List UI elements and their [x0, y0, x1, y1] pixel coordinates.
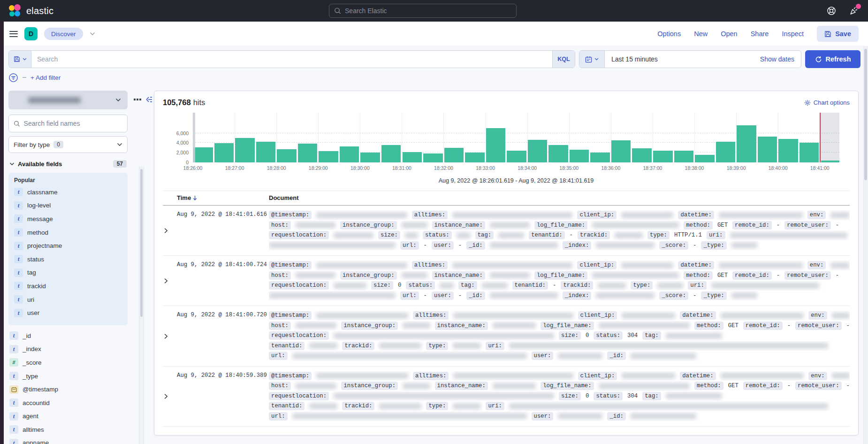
histogram-bar[interactable]	[360, 153, 380, 162]
refresh-button[interactable]: Refresh	[805, 50, 860, 68]
help-icon[interactable]	[826, 5, 837, 16]
field-item-appname[interactable]: tappname	[8, 436, 128, 444]
current-time-marker	[820, 113, 821, 162]
text-field-icon: t	[14, 309, 23, 317]
field-item-message[interactable]: tmessage	[13, 212, 123, 226]
expand-row-button[interactable]	[163, 210, 177, 250]
field-settings-icon[interactable]	[134, 99, 141, 100]
y-axis-tick-label: 0	[186, 160, 189, 165]
histogram-bar[interactable]	[716, 142, 736, 162]
field-item-status[interactable]: tstatus	[13, 253, 123, 266]
saved-filters-icon[interactable]	[8, 73, 18, 83]
histogram-bar[interactable]	[548, 145, 568, 162]
news-feed-icon[interactable]	[848, 5, 860, 16]
filter-by-type-button[interactable]: Filter by type 0	[8, 136, 128, 153]
histogram-bar[interactable]	[340, 146, 359, 162]
histogram-bar[interactable]	[632, 148, 652, 162]
expand-row-button[interactable]	[163, 311, 177, 361]
query-language-button[interactable]: KQL	[552, 51, 575, 68]
histogram-bar[interactable]	[653, 151, 673, 162]
doc-field-name: user:	[532, 352, 554, 360]
field-item-trackid[interactable]: ttrackid	[13, 279, 123, 293]
query-input[interactable]	[31, 51, 552, 68]
field-item-log-level[interactable]: tlog-level	[13, 199, 123, 213]
expand-row-button[interactable]	[163, 260, 177, 300]
field-item-_score[interactable]: #_score	[8, 356, 128, 369]
redacted-value	[453, 403, 481, 409]
redacted-value	[832, 313, 850, 319]
histogram-bar[interactable]	[193, 147, 213, 162]
histogram-bar[interactable]	[695, 155, 715, 162]
x-axis-tick-label: 18:35:00	[559, 165, 579, 171]
nav-link-new[interactable]: New	[694, 30, 708, 38]
global-search-input[interactable]	[345, 7, 511, 15]
time-range-value[interactable]: Last 15 minutes	[605, 51, 760, 68]
field-item-_type[interactable]: t_type	[8, 369, 128, 383]
field-name: uri	[27, 296, 34, 303]
chart-options-button[interactable]: Chart options	[804, 99, 850, 106]
histogram-bar[interactable]	[381, 145, 401, 162]
histogram-bar[interactable]	[486, 128, 506, 162]
field-item-method[interactable]: tmethod	[13, 226, 123, 239]
field-item-tag[interactable]: ttag	[13, 266, 123, 280]
field-item-projectname[interactable]: tprojectname	[13, 239, 123, 253]
save-button[interactable]: Save	[817, 26, 859, 42]
histogram-bar[interactable]	[528, 140, 548, 162]
histogram-bar[interactable]	[423, 153, 443, 162]
histogram-bar[interactable]	[403, 152, 422, 162]
histogram-bar[interactable]	[319, 151, 338, 162]
nav-link-share[interactable]: Share	[751, 30, 769, 38]
sidebar-scrollbar[interactable]	[139, 167, 144, 444]
histogram-bar[interactable]	[674, 151, 694, 162]
data-view-picker[interactable]	[8, 91, 128, 109]
histogram-bar[interactable]	[444, 148, 464, 162]
field-search-input[interactable]	[24, 120, 122, 127]
field-item-accountid[interactable]: taccountid	[8, 396, 128, 410]
expand-row-button[interactable]	[163, 371, 177, 421]
histogram-bar[interactable]	[256, 142, 276, 162]
histogram-bar[interactable]	[758, 137, 777, 162]
add-filter-button[interactable]: + Add filter	[30, 74, 61, 81]
doc-field-name: client_ip:	[578, 372, 617, 380]
field-item-agent[interactable]: tagent	[8, 410, 128, 423]
histogram-bar[interactable]	[235, 138, 255, 162]
chevron-down-icon[interactable]	[90, 32, 95, 36]
field-item-alltimes[interactable]: talltimes	[8, 423, 128, 436]
histogram-bar-partial[interactable]	[821, 161, 839, 162]
histogram-bar[interactable]	[298, 144, 318, 162]
field-search[interactable]	[8, 115, 128, 132]
histogram-bar[interactable]	[570, 150, 589, 162]
nav-link-open[interactable]: Open	[721, 30, 737, 38]
global-search[interactable]	[329, 4, 517, 18]
menu-icon[interactable]	[9, 31, 18, 37]
nav-link-options[interactable]: Options	[657, 30, 681, 38]
show-dates-button[interactable]: Show dates	[760, 51, 801, 68]
elastic-logo-icon[interactable]	[8, 4, 22, 17]
doc-field-name: size:	[559, 331, 581, 340]
histogram-bar[interactable]	[590, 153, 610, 162]
available-fields-header[interactable]: Available fields 57	[8, 160, 128, 168]
time-column-header[interactable]: Time	[177, 194, 269, 201]
date-quick-select-button[interactable]	[579, 51, 605, 68]
histogram-bar[interactable]	[611, 140, 631, 162]
nav-link-inspect[interactable]: Inspect	[782, 30, 804, 38]
collapse-sidebar-icon[interactable]	[145, 96, 153, 103]
histogram-bar[interactable]	[737, 125, 756, 162]
field-item-@timestamp[interactable]: @timestamp	[8, 383, 128, 396]
doc-field-value: -	[777, 222, 780, 229]
field-item-uri[interactable]: turi	[13, 293, 123, 306]
field-item-_index[interactable]: t_index	[8, 343, 128, 356]
histogram-bar[interactable]	[507, 151, 526, 162]
saved-query-menu-button[interactable]	[9, 51, 31, 68]
page-scrollbar[interactable]	[863, 22, 868, 444]
histogram-bar[interactable]	[465, 153, 485, 162]
histogram-bar[interactable]	[277, 149, 297, 162]
field-item-_id[interactable]: t_id	[8, 329, 128, 343]
histogram-bar[interactable]	[799, 143, 819, 162]
field-item-classname[interactable]: tclassname	[13, 185, 123, 199]
space-avatar[interactable]: D	[24, 27, 38, 40]
histogram-bar[interactable]	[778, 139, 798, 162]
field-item-user[interactable]: tuser	[13, 306, 123, 320]
breadcrumb[interactable]: Discover	[44, 28, 83, 40]
histogram-bar[interactable]	[214, 143, 234, 162]
